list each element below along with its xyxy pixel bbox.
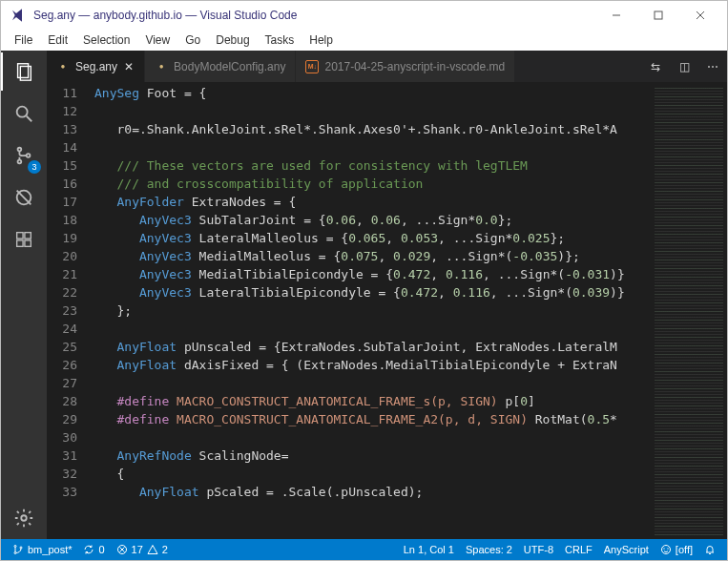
status-eol[interactable]: CRLF xyxy=(559,544,598,555)
code-line[interactable]: { xyxy=(91,465,651,483)
code-line[interactable]: AnyFolder ExtraNodes = { xyxy=(91,193,651,211)
svg-point-17 xyxy=(21,515,27,521)
status-encoding[interactable]: UTF-8 xyxy=(518,544,559,555)
split-icon[interactable]: ◫ xyxy=(670,51,698,82)
status-branch[interactable]: bm_post* xyxy=(7,544,77,555)
scm-button[interactable]: 3 xyxy=(1,135,47,177)
svg-rect-1 xyxy=(655,11,662,19)
tab-2017-04-25-anyscript-in-vscode-md[interactable]: M↓2017-04-25-anyscript-in-vscode.md xyxy=(296,51,515,82)
code-line[interactable]: /// and crosscompatibility of applicatio… xyxy=(91,175,651,193)
code-line[interactable]: AnySeg Foot = { xyxy=(91,84,651,102)
menu-help[interactable]: Help xyxy=(302,31,341,49)
window-title: Seg.any — anybody.github.io — Visual Stu… xyxy=(33,9,595,22)
search-button[interactable] xyxy=(1,93,47,135)
tab-bar: ●Seg.any✕●BodyModelConfig.anyM↓2017-04-2… xyxy=(47,51,727,82)
code-line[interactable]: r0=.Shank.AnkleJoint.sRel*.Shank.Axes0'+… xyxy=(91,120,651,138)
status-bar: bm_post* 0 17 2 Ln 1, Col 1 Spaces: 2 UT… xyxy=(1,539,727,560)
code-line[interactable] xyxy=(91,428,651,447)
svg-point-6 xyxy=(17,107,28,117)
code-line[interactable]: AnyVec3 MedialTibialEpicondyle = {0.472,… xyxy=(91,265,651,283)
code-line[interactable]: AnyVec3 MedialMalleolus = {0.075, 0.029,… xyxy=(91,247,651,265)
tab-bodymodelconfig-any[interactable]: ●BodyModelConfig.any xyxy=(145,51,296,82)
editor-body[interactable]: 1112131415161718192021222324252627282930… xyxy=(47,82,727,539)
menu-view[interactable]: View xyxy=(137,31,177,49)
markdown-icon: M↓ xyxy=(305,60,319,73)
status-position[interactable]: Ln 1, Col 1 xyxy=(398,544,460,555)
menu-tasks[interactable]: Tasks xyxy=(258,31,302,49)
menu-bar: FileEditSelectionViewGoDebugTasksHelp xyxy=(1,30,727,51)
svg-point-9 xyxy=(18,160,22,164)
menu-selection[interactable]: Selection xyxy=(75,31,137,49)
svg-point-26 xyxy=(668,549,669,550)
svg-rect-14 xyxy=(25,233,31,239)
status-problems[interactable]: 17 2 xyxy=(111,544,174,555)
close-window-button[interactable] xyxy=(679,1,721,30)
svg-point-8 xyxy=(18,148,22,152)
code-line[interactable]: AnyFloat pScaled = .Scale(.pUnscaled); xyxy=(91,483,651,501)
status-feedback[interactable]: [off] xyxy=(655,544,698,555)
maximize-button[interactable] xyxy=(637,1,679,30)
code-line[interactable] xyxy=(91,102,651,120)
code-line[interactable]: AnyFloat dAxisFixed = { (ExtraNodes.Medi… xyxy=(91,356,651,374)
svg-rect-15 xyxy=(17,240,23,246)
svg-point-24 xyxy=(661,546,670,554)
code-line[interactable]: }; xyxy=(91,301,651,320)
code-line[interactable]: AnyVec3 LateralTibialEpicondyle = {0.472… xyxy=(91,283,651,301)
code-line[interactable]: AnyVec3 LateralMalleolus = {0.065, 0.053… xyxy=(91,229,651,247)
minimize-button[interactable] xyxy=(595,1,637,30)
code-line[interactable]: #define MACRO_CONSTRUCT_ANATOMICAL_FRAME… xyxy=(91,410,651,428)
code-line[interactable] xyxy=(91,374,651,392)
code-line[interactable]: /// These vectors are used for consisten… xyxy=(91,156,651,175)
status-notifications[interactable] xyxy=(698,544,721,555)
svg-point-18 xyxy=(14,546,16,548)
activity-bar: 3 xyxy=(1,51,47,539)
debug-button[interactable] xyxy=(1,177,47,218)
status-sync[interactable]: 0 xyxy=(77,544,110,555)
svg-point-19 xyxy=(14,552,16,554)
line-numbers: 1112131415161718192021222324252627282930… xyxy=(47,82,91,539)
tab-label: Seg.any xyxy=(75,60,117,73)
svg-point-25 xyxy=(664,549,665,550)
code-line[interactable]: AnyVec3 SubTalarJoint = {0.06, 0.06, ...… xyxy=(91,211,651,229)
menu-file[interactable]: File xyxy=(7,31,40,49)
code-line[interactable]: AnyFloat pUnscaled = {ExtraNodes.SubTala… xyxy=(91,338,651,356)
svg-line-7 xyxy=(27,116,32,122)
code-line[interactable] xyxy=(91,138,651,156)
code-line[interactable]: #define MACRO_CONSTRUCT_ANATOMICAL_FRAME… xyxy=(91,392,651,410)
minimap[interactable] xyxy=(651,82,727,539)
svg-point-10 xyxy=(27,154,31,157)
menu-debug[interactable]: Debug xyxy=(208,31,257,49)
scm-badge: 3 xyxy=(28,160,41,174)
file-modified-icon: ● xyxy=(56,60,70,73)
tab-seg-any[interactable]: ●Seg.any✕ xyxy=(47,51,145,82)
svg-point-20 xyxy=(20,547,22,549)
svg-rect-13 xyxy=(17,233,23,239)
svg-rect-16 xyxy=(25,240,31,246)
workbench: 3 ●Seg.any✕●BodyModelConfig.anyM↓2017-04… xyxy=(1,51,727,539)
more-icon[interactable]: ⋯ xyxy=(698,51,727,82)
compare-icon[interactable]: ⇆ xyxy=(641,51,670,82)
code-line[interactable]: AnyRefNode ScalingNode= xyxy=(91,447,651,465)
status-language[interactable]: AnyScript xyxy=(598,544,655,555)
close-tab-icon[interactable]: ✕ xyxy=(123,60,135,73)
settings-button[interactable] xyxy=(1,497,47,539)
menu-edit[interactable]: Edit xyxy=(40,31,75,49)
explorer-button[interactable] xyxy=(1,51,47,93)
extensions-button[interactable] xyxy=(1,218,47,260)
tab-label: 2017-04-25-anyscript-in-vscode.md xyxy=(324,60,505,73)
tab-label: BodyModelConfig.any xyxy=(174,60,285,73)
code-content[interactable]: AnySeg Foot = { r0=.Shank.AnkleJoint.sRe… xyxy=(91,82,651,539)
title-bar: Seg.any — anybody.github.io — Visual Stu… xyxy=(1,1,727,30)
code-line[interactable] xyxy=(91,320,651,338)
editor-area: ●Seg.any✕●BodyModelConfig.anyM↓2017-04-2… xyxy=(47,51,727,539)
file-modified-icon: ● xyxy=(155,60,168,73)
vscode-logo xyxy=(10,8,26,23)
status-spaces[interactable]: Spaces: 2 xyxy=(460,544,518,555)
menu-go[interactable]: Go xyxy=(177,31,208,49)
